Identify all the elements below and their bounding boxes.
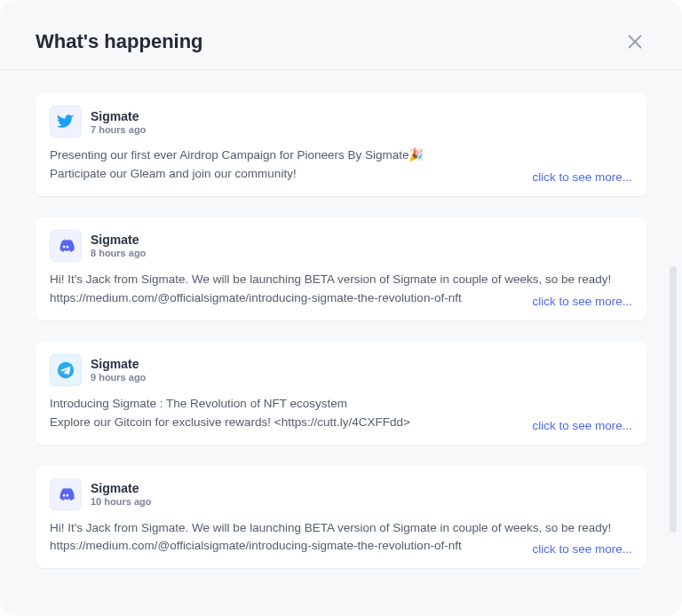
card-header: Sigmate 8 hours ago <box>50 230 632 262</box>
see-more-link[interactable]: click to see more... <box>505 542 632 556</box>
see-more-link[interactable]: click to see more... <box>505 295 632 308</box>
discord-icon <box>57 486 75 503</box>
feed-card: Sigmate 10 hours ago Hi! It's Jack from … <box>36 466 646 569</box>
close-button[interactable] <box>623 30 646 53</box>
card-header: Sigmate 10 hours ago <box>50 478 632 510</box>
post-time: 7 hours ago <box>91 124 146 135</box>
post-time: 8 hours ago <box>91 248 146 258</box>
scrollbar-thumb[interactable] <box>670 266 677 533</box>
see-more-link[interactable]: click to see more... <box>505 170 632 184</box>
card-header: Sigmate 7 hours ago <box>50 106 632 138</box>
platform-icon-box <box>50 230 82 262</box>
panel-header: What's happening <box>0 0 682 70</box>
platform-icon-box <box>50 478 82 510</box>
telegram-icon <box>57 361 75 379</box>
svg-point-2 <box>58 362 74 378</box>
card-header: Sigmate 9 hours ago <box>50 354 632 386</box>
feed-card: Sigmate 8 hours ago Hi! It's Jack from S… <box>36 217 646 320</box>
whats-happening-panel: What's happening Sigmate 7 hours ago P <box>0 0 682 616</box>
close-icon <box>625 32 645 51</box>
post-time: 10 hours ago <box>91 496 151 507</box>
platform-icon-box <box>50 354 82 386</box>
see-more-link[interactable]: click to see more... <box>505 419 632 432</box>
post-author: Sigmate <box>91 481 151 495</box>
platform-icon-box <box>50 106 82 138</box>
post-time: 9 hours ago <box>91 372 146 383</box>
post-author: Sigmate <box>91 233 146 247</box>
post-author: Sigmate <box>91 357 146 371</box>
discord-icon <box>57 237 75 255</box>
post-author: Sigmate <box>91 109 146 123</box>
feed-card: Sigmate 7 hours ago Presenting our first… <box>36 93 646 196</box>
feed-card: Sigmate 9 hours ago Introducing Sigmate … <box>36 342 646 445</box>
twitter-icon <box>57 113 75 130</box>
panel-title: What's happening <box>36 30 203 53</box>
feed-container: Sigmate 7 hours ago Presenting our first… <box>0 70 682 606</box>
